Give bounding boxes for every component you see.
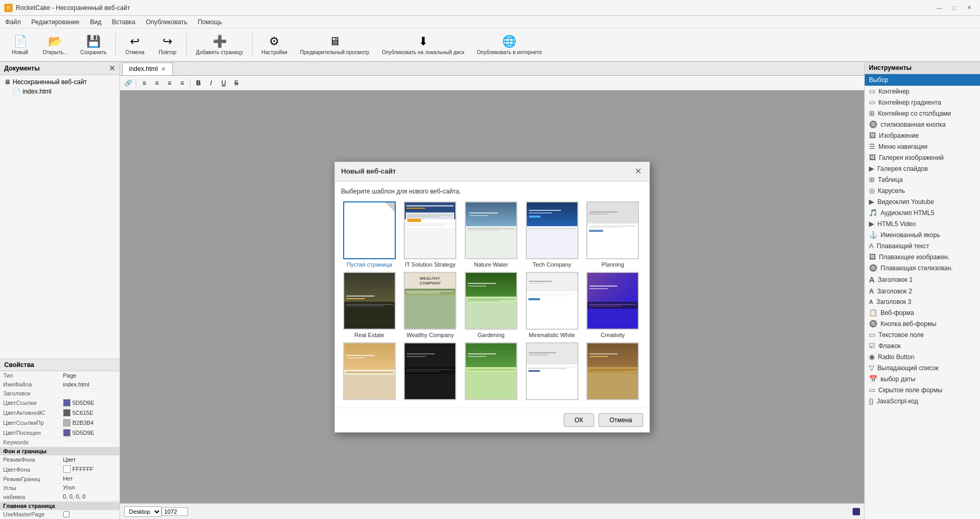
template-planning[interactable]: Planning	[584, 201, 641, 268]
underline-btn[interactable]: U	[218, 77, 229, 89]
prop-val-active-color[interactable]: 5C615E	[60, 408, 120, 418]
prop-val-bg-color[interactable]: FFFFFF	[60, 464, 120, 474]
link-color-swatch[interactable]	[63, 399, 71, 406]
prop-val-link-color[interactable]: 5D5D9E	[60, 398, 120, 408]
tool-gradient-container[interactable]: ▭ Контейнер градиента	[865, 97, 980, 108]
tool-webform[interactable]: 📋 Веб-форма	[865, 307, 980, 318]
tool-datepicker[interactable]: 📅 выбор даты	[865, 373, 980, 384]
template-nature-water[interactable]: Nature Water	[463, 201, 519, 268]
tool-webform-button[interactable]: 🔘 Кнопка веб-формы	[865, 318, 980, 329]
template-it-solution[interactable]: IT Solution Strategy	[402, 201, 459, 268]
save-button[interactable]: 💾 Сохранить	[75, 32, 113, 58]
prop-val-bg-mode[interactable]: Цвет	[60, 455, 120, 464]
template-wealthy[interactable]: WEALTHYCOMPANY Wealthy Company	[402, 272, 459, 338]
template-gardening[interactable]: Gardening	[463, 272, 519, 338]
tool-audio[interactable]: 🎵 Аудиоклип HTML5	[865, 207, 980, 218]
template-green[interactable]	[463, 342, 519, 401]
tool-carousel[interactable]: ◎ Карусель	[865, 185, 980, 196]
tool-styled-button[interactable]: 🔘 стилизованная кнопка	[865, 119, 980, 130]
menu-publish[interactable]: Опубликовать	[141, 17, 192, 27]
minimize-button[interactable]: —	[933, 3, 946, 13]
prop-val-corners[interactable]: Угол	[60, 483, 120, 492]
tool-html5-video[interactable]: ▶ HTML5 Video	[865, 218, 980, 229]
prop-val-hover-color[interactable]: B2B3B4	[60, 418, 120, 428]
menu-edit[interactable]: Редактирование	[26, 17, 85, 27]
prop-val-title[interactable]	[60, 389, 120, 392]
template-creativity[interactable]: Creativity	[584, 272, 641, 338]
align-left-btn[interactable]: ≡	[138, 77, 150, 89]
prop-val-filename[interactable]: index.html	[60, 380, 120, 389]
dialog-close-btn[interactable]: ✕	[633, 166, 643, 177]
menu-file[interactable]: Файл	[0, 17, 26, 27]
use-master-checkbox[interactable]	[63, 511, 69, 517]
add-page-button[interactable]: ➕ Добавить страницу	[190, 32, 249, 58]
view-select[interactable]: Desktop Tablet Mobile	[124, 506, 162, 517]
tool-checkbox[interactable]: ☑ Флажок	[865, 340, 980, 351]
align-center-btn[interactable]: ≡	[151, 77, 163, 89]
tool-slideshow[interactable]: ▶ Галерея слайдов	[865, 163, 980, 174]
doc-item-index[interactable]: 📄 index.html	[11, 87, 117, 96]
bold-btn[interactable]: B	[193, 77, 204, 89]
strikethrough-btn[interactable]: S	[231, 77, 242, 89]
template-fresh-food[interactable]: Fresh Food	[341, 342, 398, 401]
bg-color-swatch[interactable]	[63, 465, 71, 473]
settings-button[interactable]: ⚙ Настройки	[256, 32, 293, 58]
publish-web-button[interactable]: 🌐 Опубликовать в интернете	[471, 32, 548, 58]
redo-button[interactable]: ↪ Повтор	[152, 32, 183, 58]
maximize-button[interactable]: □	[947, 3, 961, 13]
dialog-ok-button[interactable]: ОК	[564, 413, 594, 427]
align-right-btn[interactable]: ≡	[164, 77, 175, 89]
tool-image[interactable]: 🖼 Изображение	[865, 130, 980, 141]
prop-val-visited-color[interactable]: 5D5D9E	[60, 428, 120, 438]
template-minimalistic[interactable]: Minimalistic White	[524, 272, 581, 338]
tool-image-gallery[interactable]: 🖼 Галерея изображений	[865, 152, 980, 163]
template-blank[interactable]: Пустая страница	[341, 201, 398, 268]
template-wood[interactable]	[584, 342, 641, 401]
menu-insert[interactable]: Вставка	[107, 17, 141, 27]
open-button[interactable]: 📂 Открыть...	[37, 32, 74, 58]
tool-anchor[interactable]: ⚓ Именованный якорь	[865, 229, 980, 240]
tool-h2[interactable]: A Заголовок 2	[865, 286, 980, 297]
tool-h1[interactable]: A Заголовок 1	[865, 273, 980, 286]
tool-columns-container[interactable]: ⊞ Контейнер со столбцами	[865, 108, 980, 119]
prop-val-use-master[interactable]	[60, 510, 120, 519]
width-input[interactable]	[162, 507, 188, 516]
tool-nav-menu[interactable]: ☰ Меню навигации	[865, 141, 980, 152]
align-justify-btn[interactable]: ≡	[176, 77, 188, 89]
visited-color-swatch[interactable]	[63, 429, 71, 436]
tool-dropdown[interactable]: ▽ Выпадающий список	[865, 362, 980, 373]
templates-scroll[interactable]: Пустая страница	[341, 201, 643, 401]
new-button[interactable]: 📄 Новый	[4, 32, 36, 58]
tab-index-html[interactable]: index.html ✕	[122, 63, 173, 75]
tab-close-btn[interactable]: ✕	[161, 66, 166, 73]
prop-val-padding[interactable]: 0, 0, 0, 0	[60, 492, 120, 501]
prop-val-type[interactable]: Page	[60, 371, 120, 380]
italic-btn[interactable]: I	[205, 77, 217, 89]
prop-val-keywords[interactable]	[60, 438, 120, 441]
link-btn[interactable]: 🔗	[122, 77, 134, 89]
template-tech-company[interactable]: Tech Company	[524, 201, 581, 268]
dialog-cancel-button[interactable]: Отмена	[598, 413, 643, 427]
template-real-estate[interactable]: Real Estate	[341, 272, 398, 338]
tool-radio[interactable]: ◉ Radio Button	[865, 351, 980, 362]
tools-selected-item[interactable]: Выбор	[865, 74, 980, 86]
template-business[interactable]	[524, 342, 581, 401]
preview-button[interactable]: 🖥 Предварительный просмотр	[294, 32, 375, 58]
menu-help[interactable]: Помощь	[193, 17, 227, 27]
tool-float-image[interactable]: 🖼 Плавающее изображен.	[865, 251, 980, 262]
tool-container[interactable]: ▭ Контейнер	[865, 86, 980, 97]
prop-val-border-mode[interactable]: Нет	[60, 474, 120, 483]
tool-float-button[interactable]: 🔘 Плавающая стилизован.	[865, 262, 980, 273]
tool-js-code[interactable]: {} JavaScript-код	[865, 395, 980, 406]
active-color-swatch[interactable]	[63, 409, 71, 416]
hover-color-swatch[interactable]	[63, 419, 71, 426]
doc-item-website[interactable]: 🖥 Несохраненный веб-сайт	[2, 77, 117, 87]
publish-local-button[interactable]: ⬇ Опубликовать на локальный диск	[376, 32, 470, 58]
tool-table[interactable]: ⊞ Таблица	[865, 174, 980, 185]
tool-textfield[interactable]: ▭ Текстовое поле	[865, 329, 980, 340]
tool-float-text[interactable]: A Плавающий текст	[865, 240, 980, 251]
tool-h3[interactable]: A Заголовок 3	[865, 297, 980, 307]
close-button[interactable]: ✕	[962, 3, 976, 13]
menu-view[interactable]: Вид	[85, 17, 107, 27]
editor-area[interactable]: Новый веб-сайт ✕ Выберите шаблон для нов…	[120, 90, 864, 503]
